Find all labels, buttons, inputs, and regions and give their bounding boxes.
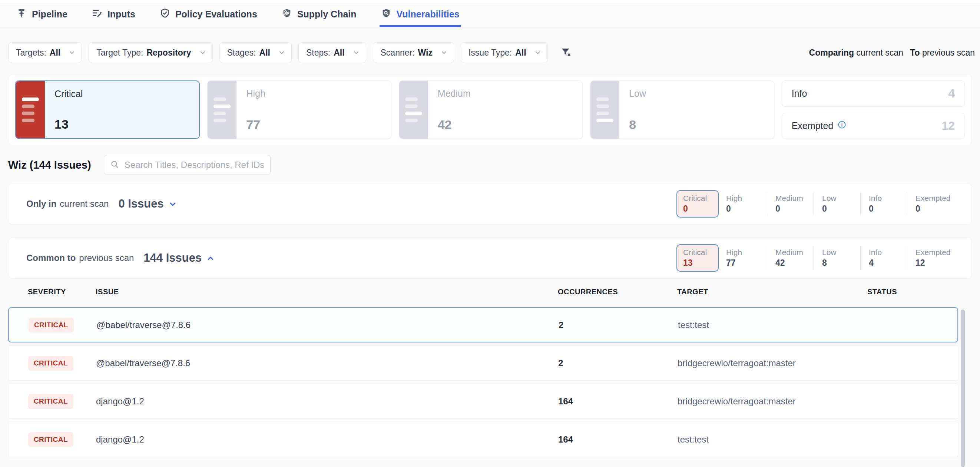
- summary-info[interactable]: Info 0: [860, 192, 907, 216]
- supply-chain-icon: [282, 8, 292, 21]
- severity-card-exempted[interactable]: Exempted 12: [782, 113, 965, 139]
- severity-card-high[interactable]: High 77: [207, 80, 391, 139]
- summary-critical[interactable]: Critical 13: [676, 244, 719, 272]
- tab-policy-evaluations[interactable]: Policy Evaluations: [158, 3, 259, 27]
- summary-count: 8: [822, 258, 860, 268]
- chevron-down-icon: [534, 49, 541, 56]
- severity-card-label: Medium: [438, 88, 573, 99]
- policy-evaluations-icon: [160, 8, 170, 21]
- severity-card-low[interactable]: Low 8: [590, 80, 774, 139]
- occurrences-cell: 2: [558, 320, 678, 330]
- severity-card-label: Critical: [54, 89, 189, 99]
- tab-inputs[interactable]: Inputs: [91, 3, 137, 27]
- filter-target-type[interactable]: Target Type: Repository: [89, 42, 212, 63]
- issue-cell: django@1.2: [96, 396, 558, 407]
- severity-card-info[interactable]: Info 4: [782, 80, 965, 107]
- severity-meter-medium-icon: [399, 81, 428, 139]
- search-input[interactable]: [124, 159, 264, 170]
- table-scrollbar-thumb[interactable]: [961, 310, 965, 467]
- table-row[interactable]: CRITICAL django@1.2 164 bridgecrewio/ter…: [8, 384, 958, 419]
- summary-low[interactable]: Low 0: [814, 192, 860, 216]
- filter-value: Repository: [146, 48, 191, 58]
- severity-cards-panel: Critical 13 High 77 Medium 42: [8, 74, 972, 145]
- filter-issue-type[interactable]: Issue Type: All: [461, 42, 548, 63]
- comparing-to-label: To: [910, 48, 920, 57]
- filter-value: All: [334, 48, 344, 58]
- tab-label: Vulnerabilities: [396, 9, 460, 20]
- filter-targets[interactable]: Targets: All: [8, 42, 82, 63]
- target-cell: bridgecrewio/terragoat:master: [678, 358, 868, 369]
- filter-scanner[interactable]: Scanner: Wiz: [373, 42, 454, 63]
- severity-badge: CRITICAL: [28, 356, 73, 371]
- table-row[interactable]: CRITICAL @babel/traverse@7.8.6 2 test:te…: [8, 307, 958, 343]
- severity-badge: CRITICAL: [28, 394, 73, 409]
- summary-medium[interactable]: Medium 42: [767, 246, 814, 270]
- tab-pipeline[interactable]: Pipeline: [15, 3, 69, 27]
- only-in-issues-toggle[interactable]: 0 Issues: [118, 197, 177, 211]
- summary-label: High: [726, 248, 767, 257]
- only-in-label: Only in current scan: [26, 199, 108, 209]
- target-cell: bridgecrewio/terragoat:master: [678, 396, 868, 407]
- common-to-issues-toggle[interactable]: 144 Issues: [143, 251, 215, 265]
- severity-card-label: Exempted: [792, 121, 834, 131]
- chevron-up-icon: [206, 253, 215, 266]
- summary-low[interactable]: Low 8: [814, 246, 860, 270]
- severity-card-count: 77: [246, 118, 381, 132]
- summary-critical[interactable]: Critical 0: [676, 190, 719, 218]
- table-header-row: SEVERITY ISSUE OCCURRENCES TARGET STATUS: [8, 288, 958, 296]
- summary-high[interactable]: High 77: [726, 246, 767, 270]
- filter-label: Stages:: [227, 48, 256, 58]
- summary-high[interactable]: High 0: [726, 192, 767, 216]
- summary-label: Medium: [775, 248, 814, 257]
- severity-card-label: Info: [792, 88, 807, 99]
- summary-count: 0: [726, 204, 767, 214]
- summary-count: 0: [869, 204, 907, 214]
- search-box: [104, 155, 270, 175]
- filter-label: Targets:: [16, 48, 46, 58]
- severity-badge: CRITICAL: [28, 432, 73, 447]
- occurrences-cell: 164: [558, 396, 678, 407]
- summary-medium[interactable]: Medium 0: [767, 192, 814, 216]
- scanner-row: Wiz (144 Issues): [8, 155, 972, 175]
- common-to-prefix: Common to: [26, 253, 76, 263]
- issues-count-label: 0 Issues: [118, 197, 164, 211]
- issues-count-label: 144 Issues: [143, 251, 202, 265]
- filter-steps[interactable]: Steps: All: [298, 42, 366, 63]
- severity-card-count: 8: [629, 118, 764, 132]
- filter-clear-button[interactable]: [558, 44, 574, 61]
- main-tabbar: Pipeline Inputs Policy Evaluations Suppl…: [0, 3, 980, 27]
- table-row[interactable]: CRITICAL @babel/traverse@7.8.6 2 bridgec…: [8, 345, 958, 381]
- filter-stages[interactable]: Stages: All: [220, 42, 292, 63]
- info-icon: [838, 121, 846, 131]
- only-in-scan: current scan: [60, 199, 108, 209]
- summary-exempted[interactable]: Exempted 0: [907, 192, 958, 216]
- scanner-heading: Wiz (144 Issues): [8, 159, 91, 171]
- summary-count: 13: [683, 258, 718, 268]
- table-row[interactable]: CRITICAL django@1.2 164 test:test: [8, 422, 958, 457]
- info-exempted-column: Info 4 Exempted 12: [782, 80, 965, 139]
- summary-exempted[interactable]: Exempted 12: [907, 246, 958, 270]
- common-to-label: Common to previous scan: [26, 253, 134, 263]
- comparing-label: Comparing: [809, 48, 854, 57]
- only-in-prefix: Only in: [26, 199, 56, 209]
- severity-card-medium[interactable]: Medium 42: [399, 80, 583, 139]
- vulnerabilities-page: Pipeline Inputs Policy Evaluations Suppl…: [0, 0, 980, 467]
- summary-info[interactable]: Info 4: [860, 246, 907, 270]
- only-in-severity-summary: Critical 0 High 0 Medium 0 Low 0 Info 0 …: [676, 190, 964, 218]
- tab-vulnerabilities[interactable]: Vulnerabilities: [380, 3, 461, 27]
- filter-value: All: [50, 48, 60, 58]
- occurrences-cell: 2: [558, 358, 678, 369]
- severity-meter-critical-icon: [16, 81, 45, 138]
- column-header-target: TARGET: [677, 288, 867, 296]
- chevron-down-icon: [168, 198, 177, 211]
- chevron-down-icon: [440, 49, 448, 56]
- tab-supply-chain[interactable]: Supply Chain: [280, 3, 358, 27]
- vulnerabilities-shield-icon: [381, 8, 391, 21]
- filter-label: Scanner:: [381, 48, 415, 58]
- comparing-scans-text: Comparing current scan To previous scan: [809, 48, 975, 58]
- summary-label: Low: [822, 248, 860, 257]
- pipeline-icon: [16, 8, 27, 21]
- severity-card-critical[interactable]: Critical 13: [15, 80, 200, 139]
- summary-count: 0: [822, 204, 860, 214]
- summary-label: High: [726, 194, 767, 203]
